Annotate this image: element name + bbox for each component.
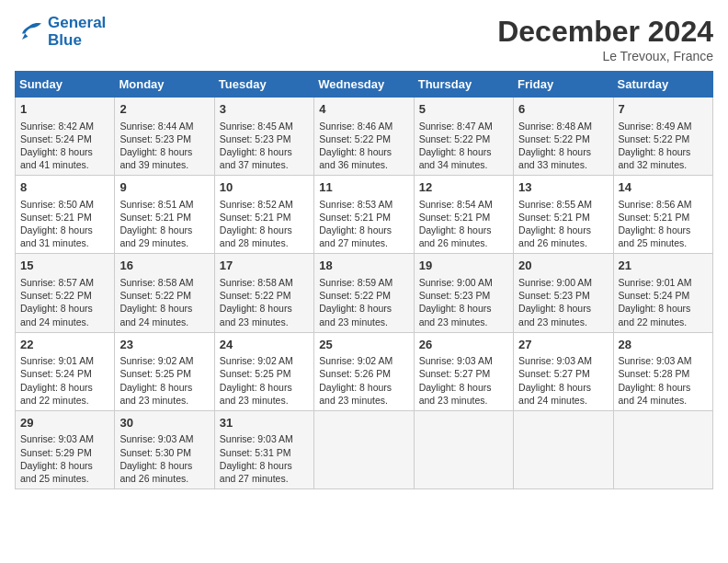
- calendar-cell: 20Sunrise: 9:00 AMSunset: 5:23 PMDayligh…: [514, 254, 613, 332]
- day-detail: Sunrise: 9:01 AMSunset: 5:24 PMDaylight:…: [619, 276, 708, 328]
- calendar-body: 1Sunrise: 8:42 AMSunset: 5:24 PMDaylight…: [16, 98, 713, 489]
- calendar-cell: 31Sunrise: 9:03 AMSunset: 5:31 PMDayligh…: [214, 410, 313, 488]
- day-number: 11: [319, 179, 408, 196]
- day-number: 16: [119, 258, 209, 274]
- day-detail: Sunrise: 8:47 AMSunset: 5:22 PMDaylight:…: [419, 120, 508, 172]
- calendar-cell: 22Sunrise: 9:01 AMSunset: 5:24 PMDayligh…: [16, 332, 115, 410]
- day-number: 6: [518, 101, 608, 118]
- day-number: 3: [220, 101, 309, 118]
- calendar-cell: 2Sunrise: 8:44 AMSunset: 5:23 PMDaylight…: [115, 98, 214, 176]
- calendar-cell: 19Sunrise: 9:00 AMSunset: 5:23 PMDayligh…: [414, 254, 513, 332]
- day-number: 8: [20, 179, 109, 196]
- day-detail: Sunrise: 8:44 AMSunset: 5:23 PMDaylight:…: [119, 120, 209, 172]
- logo-icon: [15, 17, 44, 47]
- header-thursday: Thursday: [414, 72, 513, 98]
- logo-text: General Blue: [48, 15, 106, 49]
- header-tuesday: Tuesday: [214, 72, 313, 98]
- day-number: 10: [220, 179, 309, 196]
- day-detail: Sunrise: 8:52 AMSunset: 5:21 PMDaylight:…: [220, 198, 309, 250]
- day-number: 13: [518, 179, 608, 196]
- header-friday: Friday: [514, 72, 613, 98]
- calendar-cell: 17Sunrise: 8:58 AMSunset: 5:22 PMDayligh…: [214, 254, 313, 332]
- calendar-cell: 7Sunrise: 8:49 AMSunset: 5:22 PMDaylight…: [613, 98, 712, 176]
- calendar-cell: [613, 410, 712, 488]
- day-detail: Sunrise: 9:00 AMSunset: 5:23 PMDaylight:…: [518, 276, 608, 328]
- day-detail: Sunrise: 9:01 AMSunset: 5:24 PMDaylight:…: [20, 354, 109, 407]
- calendar-cell: 27Sunrise: 9:03 AMSunset: 5:27 PMDayligh…: [514, 332, 613, 410]
- day-number: 27: [518, 337, 608, 353]
- day-detail: Sunrise: 9:02 AMSunset: 5:25 PMDaylight:…: [119, 354, 209, 407]
- header-monday: Monday: [115, 72, 214, 98]
- day-number: 30: [119, 415, 209, 431]
- calendar-week-2: 8Sunrise: 8:50 AMSunset: 5:21 PMDaylight…: [16, 176, 713, 254]
- day-number: 29: [20, 415, 109, 431]
- calendar-cell: 25Sunrise: 9:02 AMSunset: 5:26 PMDayligh…: [314, 332, 414, 410]
- calendar-cell: 26Sunrise: 9:03 AMSunset: 5:27 PMDayligh…: [414, 332, 513, 410]
- month-title: December 2024: [497, 15, 713, 49]
- day-detail: Sunrise: 9:03 AMSunset: 5:29 PMDaylight:…: [20, 432, 109, 485]
- day-detail: Sunrise: 8:50 AMSunset: 5:21 PMDaylight:…: [20, 198, 109, 250]
- day-number: 23: [119, 337, 209, 353]
- day-detail: Sunrise: 8:57 AMSunset: 5:22 PMDaylight:…: [20, 276, 109, 328]
- day-detail: Sunrise: 8:51 AMSunset: 5:21 PMDaylight:…: [119, 198, 209, 250]
- day-number: 22: [20, 337, 109, 353]
- day-number: 1: [20, 101, 109, 118]
- day-detail: Sunrise: 8:59 AMSunset: 5:22 PMDaylight:…: [319, 276, 408, 328]
- header-sunday: Sunday: [16, 72, 115, 98]
- day-number: 31: [220, 415, 309, 431]
- calendar-cell: 3Sunrise: 8:45 AMSunset: 5:23 PMDaylight…: [214, 98, 313, 176]
- day-number: 26: [419, 337, 508, 353]
- calendar-cell: 28Sunrise: 9:03 AMSunset: 5:28 PMDayligh…: [613, 332, 712, 410]
- day-number: 9: [119, 179, 209, 196]
- day-number: 4: [319, 101, 408, 118]
- day-number: 5: [419, 101, 508, 118]
- location: Le Trevoux, France: [497, 49, 713, 63]
- day-detail: Sunrise: 8:42 AMSunset: 5:24 PMDaylight:…: [20, 120, 109, 172]
- calendar-week-3: 15Sunrise: 8:57 AMSunset: 5:22 PMDayligh…: [16, 254, 713, 332]
- calendar-cell: [414, 410, 513, 488]
- day-detail: Sunrise: 8:58 AMSunset: 5:22 PMDaylight:…: [119, 276, 209, 328]
- calendar-cell: 11Sunrise: 8:53 AMSunset: 5:21 PMDayligh…: [314, 176, 414, 254]
- logo: General Blue: [15, 15, 106, 49]
- header-saturday: Saturday: [613, 72, 712, 98]
- calendar-cell: 21Sunrise: 9:01 AMSunset: 5:24 PMDayligh…: [613, 254, 712, 332]
- day-detail: Sunrise: 9:03 AMSunset: 5:30 PMDaylight:…: [119, 432, 209, 485]
- calendar-cell: 6Sunrise: 8:48 AMSunset: 5:22 PMDaylight…: [514, 98, 613, 176]
- calendar-cell: 14Sunrise: 8:56 AMSunset: 5:21 PMDayligh…: [613, 176, 712, 254]
- calendar-cell: 8Sunrise: 8:50 AMSunset: 5:21 PMDaylight…: [16, 176, 115, 254]
- calendar-cell: 4Sunrise: 8:46 AMSunset: 5:22 PMDaylight…: [314, 98, 414, 176]
- calendar-header-row: SundayMondayTuesdayWednesdayThursdayFrid…: [16, 72, 713, 98]
- day-detail: Sunrise: 9:02 AMSunset: 5:26 PMDaylight:…: [319, 354, 408, 407]
- day-detail: Sunrise: 9:00 AMSunset: 5:23 PMDaylight:…: [419, 276, 508, 328]
- calendar-cell: 18Sunrise: 8:59 AMSunset: 5:22 PMDayligh…: [314, 254, 414, 332]
- day-detail: Sunrise: 9:03 AMSunset: 5:28 PMDaylight:…: [619, 354, 708, 407]
- calendar-cell: 12Sunrise: 8:54 AMSunset: 5:21 PMDayligh…: [414, 176, 513, 254]
- day-detail: Sunrise: 8:54 AMSunset: 5:21 PMDaylight:…: [419, 198, 508, 250]
- day-number: 21: [619, 258, 708, 274]
- title-area: December 2024 Le Trevoux, France: [497, 15, 713, 63]
- calendar-cell: 9Sunrise: 8:51 AMSunset: 5:21 PMDaylight…: [115, 176, 214, 254]
- calendar-cell: [314, 410, 414, 488]
- calendar-cell: 15Sunrise: 8:57 AMSunset: 5:22 PMDayligh…: [16, 254, 115, 332]
- calendar-cell: 29Sunrise: 9:03 AMSunset: 5:29 PMDayligh…: [16, 410, 115, 488]
- calendar-cell: 30Sunrise: 9:03 AMSunset: 5:30 PMDayligh…: [115, 410, 214, 488]
- header-wednesday: Wednesday: [314, 72, 414, 98]
- day-number: 25: [319, 337, 408, 353]
- calendar-week-5: 29Sunrise: 9:03 AMSunset: 5:29 PMDayligh…: [16, 410, 713, 488]
- day-number: 7: [619, 101, 708, 118]
- day-number: 20: [518, 258, 608, 274]
- calendar-week-4: 22Sunrise: 9:01 AMSunset: 5:24 PMDayligh…: [16, 332, 713, 410]
- calendar-cell: 23Sunrise: 9:02 AMSunset: 5:25 PMDayligh…: [115, 332, 214, 410]
- day-number: 24: [220, 337, 309, 353]
- day-detail: Sunrise: 8:58 AMSunset: 5:22 PMDaylight:…: [220, 276, 309, 328]
- day-detail: Sunrise: 9:03 AMSunset: 5:27 PMDaylight:…: [518, 354, 608, 407]
- calendar-cell: 10Sunrise: 8:52 AMSunset: 5:21 PMDayligh…: [214, 176, 313, 254]
- day-detail: Sunrise: 8:55 AMSunset: 5:21 PMDaylight:…: [518, 198, 608, 250]
- day-number: 12: [419, 179, 508, 196]
- day-number: 17: [220, 258, 309, 274]
- calendar-cell: [514, 410, 613, 488]
- day-detail: Sunrise: 8:49 AMSunset: 5:22 PMDaylight:…: [619, 120, 708, 172]
- day-detail: Sunrise: 9:03 AMSunset: 5:31 PMDaylight:…: [220, 432, 309, 485]
- day-detail: Sunrise: 8:53 AMSunset: 5:21 PMDaylight:…: [319, 198, 408, 250]
- day-detail: Sunrise: 9:02 AMSunset: 5:25 PMDaylight:…: [220, 354, 309, 407]
